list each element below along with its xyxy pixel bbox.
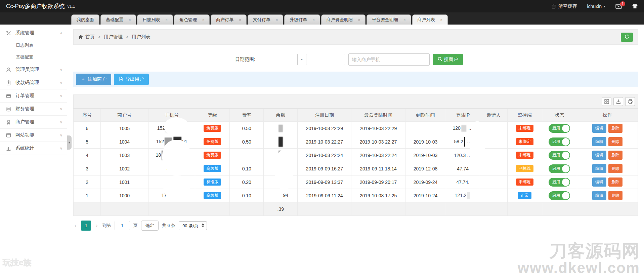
status-toggle[interactable]: 启用 <box>549 164 570 173</box>
delete-button[interactable]: 删除 <box>608 191 622 200</box>
tab-7[interactable]: 升级订单× <box>284 14 320 25</box>
cell-expire-date: 2019-09-24 <box>405 175 446 189</box>
next-page-button[interactable]: › <box>94 223 99 229</box>
edit-button[interactable]: 编辑 <box>592 124 606 133</box>
chevron-down-icon: ∨ <box>60 94 62 98</box>
sidebar-item-3[interactable]: 收款码管理∨ <box>0 76 67 89</box>
merchant-table: 序号商户号手机号等级费率余额注册日期最后登陆时间到期时间登陆IP邀请人监控端状态… <box>73 109 638 216</box>
columns-grid-icon-button[interactable] <box>602 97 611 106</box>
refresh-button[interactable] <box>621 33 633 42</box>
toggle-knob <box>562 165 569 172</box>
cell-inviter <box>480 175 507 189</box>
sidebar-item-5[interactable]: 财务管理∨ <box>0 103 67 115</box>
tab-8[interactable]: 商户资金明细× <box>321 14 366 25</box>
sidebar-item-1[interactable]: 系统管理∧ <box>0 27 67 39</box>
theme-button[interactable] <box>632 4 638 9</box>
date-start-input[interactable] <box>259 54 298 65</box>
sidebar-group-8: 系统统计∨ <box>0 142 67 155</box>
status-toggle[interactable]: 启用 <box>549 151 570 160</box>
cell-rate <box>230 149 264 162</box>
toggle-knob <box>562 192 569 199</box>
tab-9[interactable]: 平台资金明细× <box>367 14 411 25</box>
tab-3[interactable]: 日志列表× <box>137 14 173 25</box>
export-users-label: 导出用户 <box>125 76 144 82</box>
column-header: 商户号 <box>101 109 148 122</box>
edit-button[interactable]: 编辑 <box>592 164 606 173</box>
print-icon-button[interactable] <box>625 97 635 106</box>
export-users-button[interactable]: 导出用户 <box>114 74 149 85</box>
refresh-icon <box>625 34 629 40</box>
tab-close-icon[interactable]: × <box>129 18 131 22</box>
cell-rate: 0.10 <box>230 162 264 175</box>
messages-button[interactable]: 1 <box>615 4 622 9</box>
delete-button[interactable]: 删除 <box>608 151 622 160</box>
delete-button[interactable]: 删除 <box>608 124 622 133</box>
summary-cell <box>351 202 405 216</box>
clear-cache-button[interactable]: 清空缓存 <box>551 3 577 9</box>
status-toggle[interactable]: 启用 <box>549 124 570 133</box>
status-badge: 未绑定 <box>516 152 533 158</box>
sidebar-subitem-日志列表[interactable]: 日志列表 <box>0 39 67 51</box>
sidebar-subitem-基础配置[interactable]: 基础配置 <box>0 51 67 63</box>
tab-close-icon[interactable]: × <box>403 18 405 22</box>
edit-button[interactable]: 编辑 <box>592 137 606 146</box>
tab-close-icon[interactable]: × <box>312 18 314 22</box>
column-header: 操作 <box>577 109 638 122</box>
cell-inviter <box>480 189 507 202</box>
toggle-knob <box>562 138 569 146</box>
status-toggle[interactable]: 启用 <box>549 137 570 146</box>
app-version: v1.1 <box>68 4 75 9</box>
cell-phone: 171 <box>148 189 195 202</box>
sidebar-item-7[interactable]: 网站功能∨ <box>0 129 67 142</box>
tab-close-icon[interactable]: × <box>239 18 241 22</box>
delete-button[interactable]: 删除 <box>608 178 622 187</box>
edit-button[interactable]: 编辑 <box>592 191 606 200</box>
tshirt-icon <box>632 4 638 9</box>
per-page-select[interactable]: 90 条/页 <box>179 221 207 230</box>
cell-phone: 15225 <box>148 122 195 135</box>
tab-1[interactable]: 我的桌面 <box>71 14 99 25</box>
sidebar-item-6[interactable]: 商户管理∨ <box>0 116 67 128</box>
cell-inviter <box>480 122 507 135</box>
tab-close-icon[interactable]: × <box>202 18 204 22</box>
tab-2[interactable]: 基础配置× <box>100 14 136 25</box>
censor-block <box>180 151 187 160</box>
prev-page-button[interactable]: ‹ <box>73 223 78 229</box>
delete-button[interactable]: 删除 <box>608 164 622 173</box>
tab-close-icon[interactable]: × <box>358 18 360 22</box>
tab-6[interactable]: 支付订单× <box>248 14 283 25</box>
sidebar-collapse-handle[interactable] <box>67 135 72 150</box>
sidebar-item-2[interactable]: 管理员管理∨ <box>0 63 67 76</box>
add-merchant-button[interactable]: ＋ 添加商户 <box>76 74 111 85</box>
tab-close-icon[interactable]: × <box>440 18 442 22</box>
merchant-phone-input[interactable] <box>348 53 430 66</box>
tab-10[interactable]: 商户列表× <box>412 14 448 25</box>
edit-button[interactable]: 编辑 <box>592 151 606 160</box>
tab-4[interactable]: 角色管理× <box>174 14 210 25</box>
sidebar-group-2: 管理员管理∨ <box>0 63 67 76</box>
tab-5[interactable]: 商户订单× <box>211 14 246 25</box>
status-toggle[interactable]: 启用 <box>549 178 570 187</box>
tab-close-icon[interactable]: × <box>165 18 167 22</box>
sidebar-item-4[interactable]: 订单管理∨ <box>0 89 67 102</box>
tab-close-icon[interactable]: × <box>276 18 278 22</box>
status-toggle[interactable]: 启用 <box>549 191 570 200</box>
chevron-down-icon: ∨ <box>60 81 62 85</box>
cell-level: 免费版 <box>195 122 230 135</box>
download-icon-button[interactable] <box>613 97 623 106</box>
breadcrumb-item[interactable]: 用户管理 <box>104 34 123 40</box>
edit-button[interactable]: 编辑 <box>592 178 606 187</box>
cell-rate: 0.50 <box>230 122 264 135</box>
goto-page-input[interactable] <box>115 221 130 230</box>
goto-confirm-button[interactable]: 确定 <box>141 221 159 231</box>
user-menu[interactable]: ichuxin ▾ <box>587 4 605 9</box>
breadcrumb-home[interactable]: 首页 <box>85 34 95 40</box>
admin-user-icon <box>6 67 12 72</box>
date-end-input[interactable] <box>306 54 345 65</box>
search-icon <box>438 57 442 62</box>
delete-button[interactable]: 删除 <box>608 137 622 146</box>
search-merchant-button[interactable]: 搜商户 <box>433 54 463 65</box>
current-page-button[interactable]: 1 <box>81 221 91 231</box>
breadcrumb-separator: > <box>126 35 128 39</box>
sidebar-item-8[interactable]: 系统统计∨ <box>0 142 67 155</box>
